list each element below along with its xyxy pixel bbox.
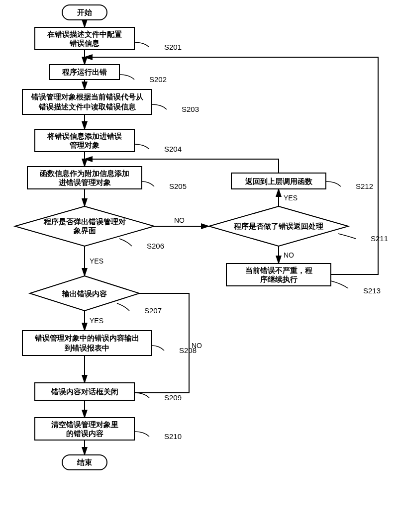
s206-label: S206 (147, 242, 164, 250)
svg-text:清空错误管理对象里: 清空错误管理对象里 (51, 420, 118, 429)
s203-label: S203 (182, 105, 199, 113)
s208-node: 错误管理对象中的错误内容输出 到错误报表中 (22, 331, 152, 355)
svg-text:YES: YES (284, 194, 298, 202)
s203-node: 错误管理对象根据当前错误代号从 错误描述文件中读取错误信息 (22, 89, 152, 114)
svg-text:程序是否弹出错误管理对: 程序是否弹出错误管理对 (43, 217, 126, 226)
s205-label: S205 (169, 182, 187, 190)
s213-label: S213 (363, 286, 381, 295)
flowchart-diagram: 开始 在错误描述文件中配置 错误信息 S201 程序运行出错 S202 错误管理… (0, 0, 398, 532)
s201-node: 在错误描述文件中配置 错误信息 (35, 27, 134, 50)
svg-text:程序是否做了错误返回处理: 程序是否做了错误返回处理 (233, 222, 323, 230)
svg-text:返回到上层调用函数: 返回到上层调用函数 (245, 177, 313, 185)
end-text: 结束 (77, 458, 92, 466)
s204-label: S204 (164, 145, 182, 153)
s210-label: S210 (164, 432, 182, 441)
svg-text:输出错误内容: 输出错误内容 (62, 289, 107, 298)
s202-label: S202 (149, 75, 167, 84)
s211-node: 程序是否做了错误返回处理 (209, 206, 348, 246)
svg-text:错误管理对象中的错误内容输出: 错误管理对象中的错误内容输出 (34, 334, 139, 342)
s208-label: S208 (179, 346, 197, 355)
svg-text:进错误管理对象: 进错误管理对象 (58, 178, 111, 186)
start-text: 开始 (77, 8, 93, 16)
svg-text:NO: NO (174, 216, 185, 224)
svg-text:当前错误不严重，程: 当前错误不严重，程 (245, 266, 312, 274)
svg-text:错误管理对象根据当前错误代号从: 错误管理对象根据当前错误代号从 (31, 93, 144, 101)
s213-node: 当前错误不严重，程 序继续执行 (226, 264, 331, 286)
start-node: 开始 (62, 5, 107, 20)
s212-node: 返回到上层调用函数 (231, 173, 326, 189)
s210-node: 清空错误管理对象里 的错误内容 (35, 418, 134, 440)
svg-text:到错误报表中: 到错误报表中 (64, 344, 109, 352)
s201-label: S201 (164, 43, 182, 51)
svg-text:的错误内容: 的错误内容 (66, 429, 103, 438)
end-node: 结束 (62, 455, 107, 470)
svg-text:将错误信息添加进错误: 将错误信息添加进错误 (47, 132, 122, 140)
svg-text:NO: NO (284, 251, 294, 259)
s204-node: 将错误信息添加进错误 管理对象 (35, 129, 134, 152)
s202-node: 程序运行出错 (50, 65, 119, 80)
svg-text:管理对象: 管理对象 (69, 141, 100, 149)
svg-text:错误描述文件中读取错误信息: 错误描述文件中读取错误信息 (38, 103, 136, 111)
svg-text:象界面: 象界面 (73, 227, 96, 235)
s207-label: S207 (144, 306, 162, 315)
svg-text:错误内容对话框关闭: 错误内容对话框关闭 (51, 387, 118, 396)
s212-label: S212 (356, 182, 373, 190)
svg-text:函数信息作为附加信息添加: 函数信息作为附加信息添加 (40, 170, 129, 177)
svg-marker-21 (15, 206, 154, 246)
svg-text:YES: YES (90, 257, 103, 265)
s209-node: 错误内容对话框关闭 (35, 383, 134, 400)
svg-text:YES: YES (90, 317, 103, 325)
s205-node: 函数信息作为附加信息添加 进错误管理对象 (27, 167, 142, 189)
svg-text:在错误描述文件中配置: 在错误描述文件中配置 (47, 30, 122, 38)
svg-text:错误信息: 错误信息 (69, 39, 100, 47)
s209-label: S209 (164, 393, 182, 402)
svg-text:程序运行出错: 程序运行出错 (62, 68, 107, 76)
s211-label: S211 (371, 234, 388, 243)
s206-node: 程序是否弹出错误管理对 象界面 (15, 206, 154, 246)
svg-text:序继续执行: 序继续执行 (260, 275, 298, 283)
